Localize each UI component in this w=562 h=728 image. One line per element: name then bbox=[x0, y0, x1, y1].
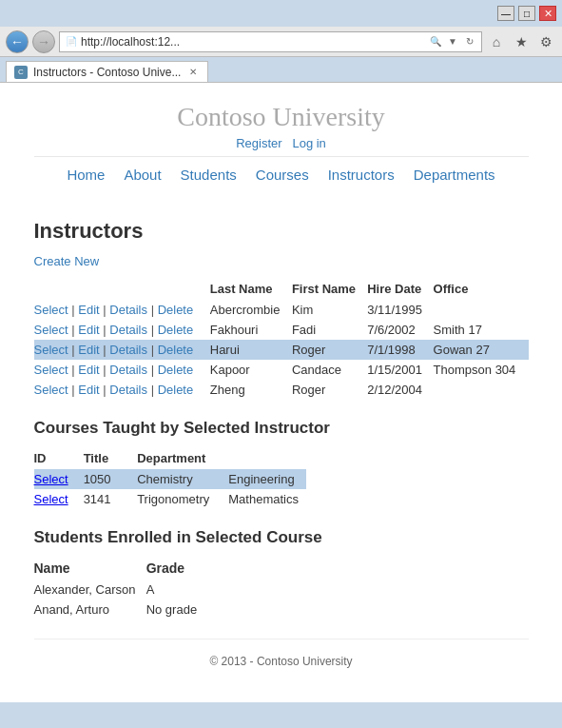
last-name: Fakhouri bbox=[210, 320, 292, 340]
edit-link[interactable]: Edit bbox=[78, 363, 99, 377]
last-name: Abercrombie bbox=[210, 300, 292, 320]
row-actions: Select | Edit | Details | Delete bbox=[34, 320, 210, 340]
select-link[interactable]: Select bbox=[34, 363, 68, 377]
select-link[interactable]: Select bbox=[34, 343, 68, 357]
student-name: Alexander, Carson bbox=[34, 580, 146, 600]
courses-table: ID Title Department Select 1050 Chemistr… bbox=[34, 447, 306, 509]
create-new-link[interactable]: Create New bbox=[34, 254, 100, 268]
course-dept: Mathematics bbox=[228, 489, 306, 509]
first-name: Fadi bbox=[292, 320, 367, 340]
details-link[interactable]: Details bbox=[109, 303, 147, 317]
student-grade-col-header: Grade bbox=[146, 557, 204, 580]
row-actions: Select | Edit | Details | Delete bbox=[34, 300, 210, 320]
nav-students[interactable]: Students bbox=[181, 167, 237, 183]
register-link[interactable]: Register bbox=[236, 136, 281, 150]
page-footer: © 2013 - Contoso University bbox=[34, 639, 529, 683]
footer-text: © 2013 - Contoso University bbox=[209, 655, 352, 668]
maximize-icon: □ bbox=[524, 9, 530, 19]
last-name: Zheng bbox=[210, 380, 292, 400]
back-button[interactable]: ← bbox=[6, 30, 29, 53]
delete-link[interactable]: Delete bbox=[158, 383, 194, 397]
site-header: Contoso University Register Log in Home … bbox=[34, 83, 529, 200]
edit-link[interactable]: Edit bbox=[78, 303, 99, 317]
edit-link[interactable]: Edit bbox=[78, 383, 99, 397]
site-title: Contoso University bbox=[34, 102, 529, 132]
office-col-header: Office bbox=[434, 278, 529, 300]
course-id: 3141 bbox=[84, 489, 138, 509]
auth-links: Register Log in bbox=[34, 136, 529, 150]
course-id-col-header: ID bbox=[34, 447, 84, 469]
maximize-button[interactable]: □ bbox=[518, 6, 535, 21]
first-name: Kim bbox=[292, 300, 367, 320]
tab-bar: C Instructors - Contoso Unive... ✕ bbox=[0, 57, 562, 82]
details-link[interactable]: Details bbox=[109, 383, 147, 397]
settings-icon[interactable]: ⚙ bbox=[535, 31, 556, 52]
hire-date-col-header: Hire Date bbox=[367, 278, 433, 300]
student-grade: No grade bbox=[146, 600, 204, 620]
instructors-table: Last Name First Name Hire Date Office Se… bbox=[34, 278, 529, 400]
edit-link[interactable]: Edit bbox=[78, 343, 99, 357]
table-row: Select | Edit | Details | Delete Zheng R… bbox=[34, 380, 529, 400]
course-dept: Engineering bbox=[228, 469, 306, 489]
course-select-action: Select bbox=[34, 469, 84, 489]
refresh-icon[interactable]: ↻ bbox=[462, 34, 477, 49]
details-link[interactable]: Details bbox=[109, 343, 147, 357]
nav-instructors[interactable]: Instructors bbox=[328, 167, 395, 183]
office: Smith 17 bbox=[434, 320, 529, 340]
nav-bar: ← → 📄 http://localhost:12... 🔍 ▼ ↻ ⌂ ★ ⚙ bbox=[0, 27, 562, 57]
row-actions: Select | Edit | Details | Delete bbox=[34, 380, 210, 400]
forward-button[interactable]: → bbox=[32, 30, 55, 53]
last-name-col-header: Last Name bbox=[210, 278, 292, 300]
select-link[interactable]: Select bbox=[34, 303, 68, 317]
home-icon[interactable]: ⌂ bbox=[486, 31, 507, 52]
nav-departments[interactable]: Departments bbox=[414, 167, 495, 183]
forward-arrow-icon: → bbox=[37, 34, 50, 49]
delete-link[interactable]: Delete bbox=[158, 303, 194, 317]
delete-link[interactable]: Delete bbox=[158, 343, 194, 357]
delete-link[interactable]: Delete bbox=[158, 363, 194, 377]
tab-close-icon[interactable]: ✕ bbox=[186, 66, 200, 78]
row-actions: Select | Edit | Details | Delete bbox=[34, 360, 210, 380]
details-link[interactable]: Details bbox=[109, 323, 147, 337]
table-row-highlighted: Select | Edit | Details | Delete Harui R… bbox=[34, 340, 529, 360]
course-dept-col-header: Department bbox=[137, 447, 228, 469]
office: Thompson 304 bbox=[434, 360, 529, 380]
login-link[interactable]: Log in bbox=[292, 136, 325, 150]
course-row: Select 3141 Trigonometry Mathematics bbox=[34, 489, 306, 509]
hire-date: 2/12/2004 bbox=[367, 380, 433, 400]
edit-link[interactable]: Edit bbox=[78, 323, 99, 337]
address-bar[interactable]: 📄 http://localhost:12... 🔍 ▼ ↻ bbox=[59, 31, 482, 52]
page-inner: Contoso University Register Log in Home … bbox=[15, 83, 548, 702]
student-row: Alexander, Carson A bbox=[34, 580, 205, 600]
nav-courses[interactable]: Courses bbox=[256, 167, 309, 183]
select-link[interactable]: Select bbox=[34, 383, 68, 397]
delete-link[interactable]: Delete bbox=[158, 323, 194, 337]
favorites-icon[interactable]: ★ bbox=[511, 31, 532, 52]
details-link[interactable]: Details bbox=[109, 363, 147, 377]
close-icon: ✕ bbox=[544, 8, 552, 20]
minimize-button[interactable]: — bbox=[497, 6, 514, 21]
first-name-col-header: First Name bbox=[292, 278, 367, 300]
page-wrapper: Contoso University Register Log in Home … bbox=[0, 83, 562, 702]
course-select-link[interactable]: Select bbox=[34, 472, 68, 486]
page-icon: 📄 bbox=[64, 34, 79, 49]
course-select-link[interactable]: Select bbox=[34, 492, 68, 506]
first-name: Roger bbox=[292, 340, 367, 360]
content: Instructors Create New Last Name First N… bbox=[34, 200, 529, 702]
last-name: Kapoor bbox=[210, 360, 292, 380]
close-button[interactable]: ✕ bbox=[539, 6, 556, 21]
first-name: Candace bbox=[292, 360, 367, 380]
active-tab[interactable]: C Instructors - Contoso Unive... ✕ bbox=[6, 61, 208, 82]
search-address-icon[interactable]: 🔍 bbox=[428, 34, 443, 49]
select-link[interactable]: Select bbox=[34, 323, 68, 337]
nav-home[interactable]: Home bbox=[67, 167, 105, 183]
back-arrow-icon: ← bbox=[10, 34, 24, 49]
nav-about[interactable]: About bbox=[124, 167, 161, 183]
office bbox=[434, 300, 529, 320]
dropdown-icon[interactable]: ▼ bbox=[445, 34, 460, 49]
students-section-heading: Students Enrolled in Selected Course bbox=[34, 528, 529, 547]
office: Gowan 27 bbox=[434, 340, 529, 360]
browser-chrome: — □ ✕ ← → 📄 http://localhost:12... 🔍 ▼ ↻… bbox=[0, 0, 562, 83]
course-title: Trigonometry bbox=[137, 489, 228, 509]
address-icons: 🔍 ▼ ↻ bbox=[428, 34, 477, 49]
